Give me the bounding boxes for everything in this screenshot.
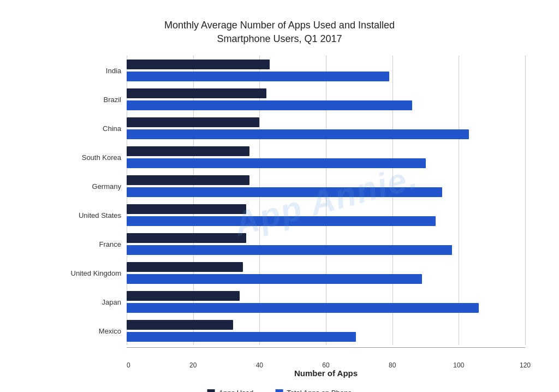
bar-row xyxy=(127,200,525,229)
y-label: Japan xyxy=(20,298,121,306)
y-label: Mexico xyxy=(20,326,121,335)
x-tick: 120 xyxy=(520,361,531,369)
y-label: United States xyxy=(20,211,121,219)
apps-used-bar xyxy=(127,204,246,214)
legend-item: Total Apps on Phone xyxy=(275,389,352,392)
total-apps-bar xyxy=(127,274,422,284)
x-tick: 20 xyxy=(189,361,197,369)
y-label: France xyxy=(20,240,121,248)
bar-row xyxy=(127,171,525,200)
rows-area xyxy=(127,56,525,345)
y-label: United Kingdom xyxy=(20,269,121,277)
grid-line xyxy=(525,56,526,345)
apps-used-bar xyxy=(127,262,243,272)
y-labels: IndiaBrazilChinaSouth KoreaGermanyUnited… xyxy=(20,56,124,345)
x-tick: 80 xyxy=(389,361,396,369)
x-axis-line xyxy=(127,347,525,348)
total-apps-bar xyxy=(127,216,436,226)
apps-used-bar xyxy=(127,117,259,127)
x-tick: 100 xyxy=(453,361,464,369)
legend-label: Apps Used xyxy=(219,389,254,392)
y-label: China xyxy=(20,124,121,132)
chart-area: App Annie. IndiaBrazilChinaSouth KoreaGe… xyxy=(127,56,525,345)
apps-used-bar xyxy=(127,60,270,69)
chart-container: Monthly Average Number of Apps Used and … xyxy=(17,8,542,384)
total-apps-bar xyxy=(127,100,412,110)
y-label: Germany xyxy=(20,182,121,190)
total-apps-bar xyxy=(127,245,452,255)
x-axis-label: Number of Apps xyxy=(294,369,358,378)
apps-used-bar xyxy=(127,291,240,301)
total-apps-bar xyxy=(127,187,442,197)
apps-used-bar xyxy=(127,233,246,243)
apps-used-bar xyxy=(127,320,233,330)
legend-color-box xyxy=(207,389,215,392)
total-apps-bar xyxy=(127,332,356,342)
apps-used-bar xyxy=(127,88,266,98)
total-apps-bar xyxy=(127,129,469,139)
chart-title: Monthly Average Number of Apps Used and … xyxy=(34,19,525,46)
apps-used-bar xyxy=(127,146,249,156)
x-tick: 60 xyxy=(322,361,329,369)
bar-row xyxy=(127,316,525,345)
legend-label: Total Apps on Phone xyxy=(287,389,352,392)
bar-row xyxy=(127,229,525,258)
legend-color-box xyxy=(275,389,283,392)
legend-item: Apps Used xyxy=(207,389,254,392)
x-tick: 0 xyxy=(127,361,130,369)
title-line2: Smartphone Users, Q1 2017 xyxy=(217,33,342,44)
legend: Apps UsedTotal Apps on Phone xyxy=(207,389,352,392)
total-apps-bar xyxy=(127,158,426,168)
total-apps-bar xyxy=(127,72,389,81)
x-tick: 40 xyxy=(256,361,263,369)
bar-row xyxy=(127,85,525,114)
bar-row xyxy=(127,142,525,171)
y-label: India xyxy=(20,66,121,74)
total-apps-bar xyxy=(127,303,479,313)
bar-row xyxy=(127,287,525,316)
bar-row xyxy=(127,114,525,142)
y-label: South Korea xyxy=(20,153,121,161)
y-label: Brazil xyxy=(20,95,121,103)
bar-row xyxy=(127,258,525,287)
title-line1: Monthly Average Number of Apps Used and … xyxy=(164,20,395,31)
apps-used-bar xyxy=(127,175,249,185)
bar-row xyxy=(127,56,525,85)
